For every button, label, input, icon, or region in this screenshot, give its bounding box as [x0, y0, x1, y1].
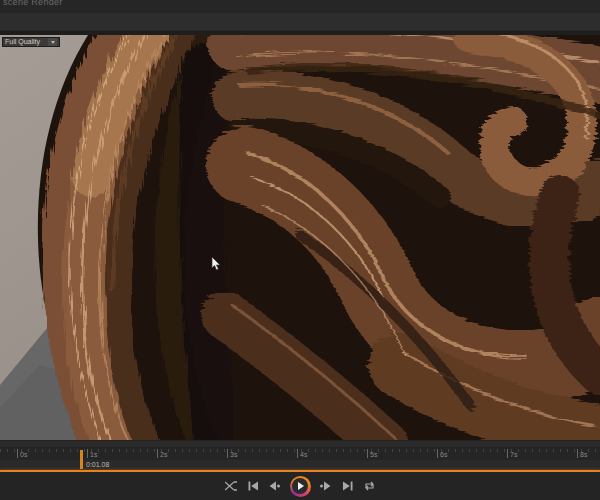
shuffle-icon [225, 481, 237, 491]
ruler-label: 4s [297, 451, 307, 459]
application-window: scene Render [0, 0, 600, 500]
playhead[interactable] [80, 450, 83, 469]
ruler-label: 3s [227, 451, 237, 459]
chevron-down-icon [48, 38, 57, 46]
keyframe-track[interactable] [0, 441, 600, 448]
ruler-label: 1s [87, 451, 97, 459]
play-icon [292, 478, 308, 494]
skip-start-icon [248, 481, 258, 491]
prev-frame-icon [269, 481, 280, 491]
ruler-label: 7s [507, 451, 517, 459]
transport-controls [0, 472, 600, 500]
loop-icon [364, 481, 375, 491]
rendered-scene [0, 35, 600, 440]
timeline-panel: 0s 1s 2s 3s 4s 5s 6s 7s 8s 0:01.08 [0, 441, 600, 500]
loop-button[interactable] [363, 479, 377, 493]
quality-dropdown[interactable]: Full Quality [2, 37, 60, 47]
menu-bar [0, 13, 600, 31]
next-frame-icon [320, 481, 331, 491]
ruler-label: 5s [367, 451, 377, 459]
play-button[interactable] [290, 476, 311, 497]
window-title: scene Render [3, 0, 63, 7]
quality-dropdown-value: Full Quality [5, 38, 40, 46]
ruler-label: 2s [157, 451, 167, 459]
shuffle-button[interactable] [224, 479, 238, 493]
skip-to-start-button[interactable] [246, 479, 260, 493]
skip-end-icon [343, 481, 353, 491]
timeline-ruler[interactable]: 0s 1s 2s 3s 4s 5s 6s 7s 8s [0, 448, 600, 460]
playhead-time: 0:01.08 [86, 461, 109, 469]
ruler-label: 8s [577, 451, 587, 459]
skip-to-end-button[interactable] [341, 479, 355, 493]
next-frame-button[interactable] [319, 479, 333, 493]
render-viewport[interactable]: Full Quality [0, 35, 600, 440]
previous-frame-button[interactable] [268, 479, 282, 493]
title-bar: scene Render [0, 0, 600, 13]
ruler-label: 6s [437, 451, 447, 459]
ruler-label: 0s [17, 451, 27, 459]
